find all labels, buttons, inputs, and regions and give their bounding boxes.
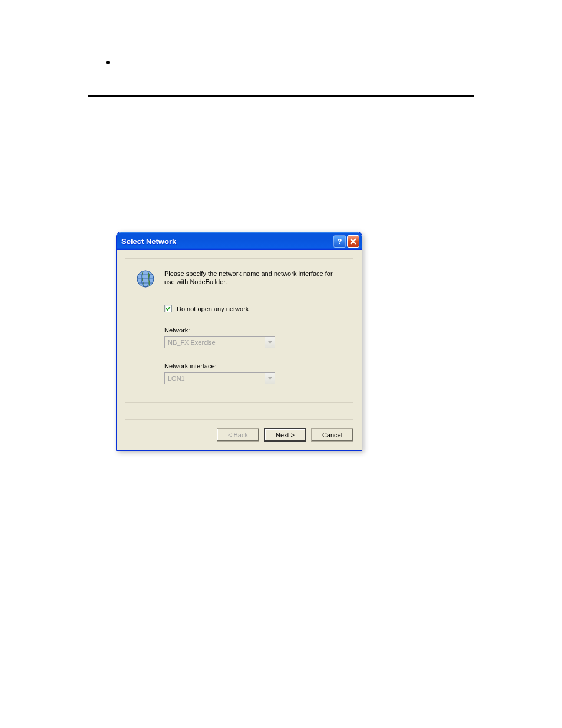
bullet-icon: [106, 61, 110, 64]
interface-input: [164, 372, 265, 384]
interface-combo[interactable]: [164, 372, 275, 384]
chevron-down-icon: [268, 377, 272, 380]
wizard-button-row: < Back Next > Cancel: [117, 428, 362, 450]
window-title: Select Network: [121, 237, 332, 246]
checkbox-label: Do not open any network: [177, 305, 249, 312]
help-button[interactable]: ?: [333, 235, 346, 248]
cancel-button[interactable]: Cancel: [311, 428, 353, 442]
chevron-down-icon: [268, 341, 272, 344]
horizontal-divider: [88, 95, 474, 97]
form-area: Do not open any network Network: Network…: [164, 305, 342, 384]
button-separator: [125, 419, 353, 420]
inner-panel: Please specify the network name and netw…: [125, 258, 353, 403]
close-button[interactable]: [347, 235, 359, 248]
interface-dropdown-button: [265, 372, 275, 384]
network-combo[interactable]: [164, 336, 275, 348]
panel-header: Please specify the network name and netw…: [136, 269, 342, 288]
dialog-body: Please specify the network name and netw…: [117, 250, 362, 420]
checkbox-icon[interactable]: [164, 305, 172, 312]
titlebar[interactable]: Select Network ?: [117, 232, 362, 250]
do-not-open-checkbox-row[interactable]: Do not open any network: [164, 305, 342, 312]
page-content: [0, 0, 562, 97]
interface-label: Network interface:: [164, 363, 342, 370]
close-icon: [350, 238, 356, 245]
next-button[interactable]: Next >: [264, 428, 306, 442]
bullet-list-item: [88, 59, 474, 66]
network-label: Network:: [164, 327, 342, 334]
back-button: < Back: [217, 428, 259, 442]
instruction-text: Please specify the network name and netw…: [164, 269, 342, 286]
select-network-dialog: Select Network ? Please specify the netw…: [116, 232, 362, 451]
network-dropdown-button: [265, 336, 275, 348]
help-icon: ?: [338, 237, 342, 246]
network-input: [164, 336, 265, 348]
globe-icon: [136, 269, 155, 288]
